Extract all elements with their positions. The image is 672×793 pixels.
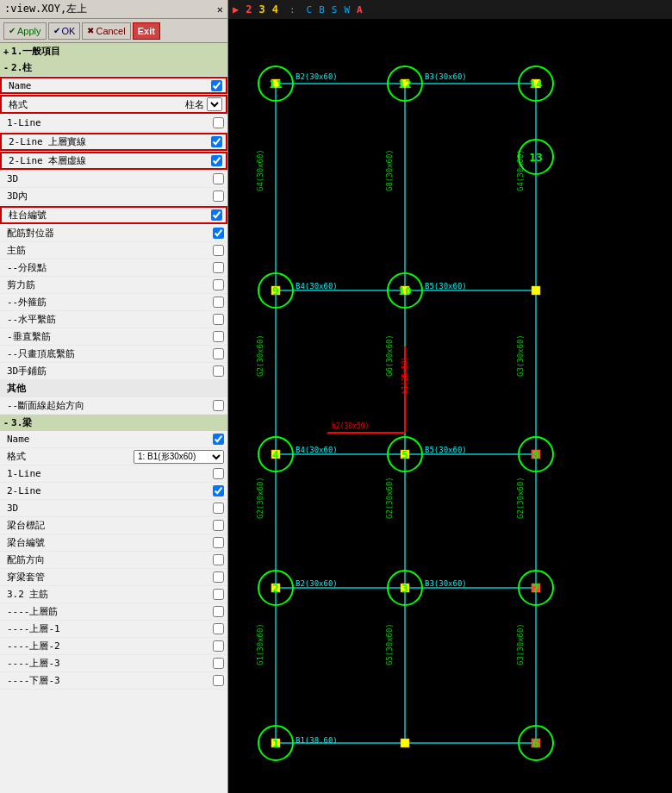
prop-beam-platform-num-label: 梁台編號 — [7, 536, 213, 549]
prop-column-3din-checkbox[interactable] — [213, 190, 224, 202]
prop-column-outer-hoop-checkbox[interactable] — [213, 297, 224, 308]
prop-column-pedestal-num-checkbox[interactable] — [211, 209, 222, 221]
svg-text:11: 11 — [269, 78, 283, 91]
prop-beam-rebar-dir-checkbox[interactable] — [213, 554, 224, 565]
section-general[interactable]: + 1.一般項目 — [0, 43, 227, 59]
svg-text:G1(30x60): G1(30x60) — [256, 623, 264, 665]
cancel-button[interactable]: ✖ Cancel — [82, 22, 130, 40]
svg-text:5: 5 — [401, 448, 408, 461]
prop-beam-top3: ----上層-3 — [0, 655, 227, 672]
prop-column-section-dir-checkbox[interactable] — [213, 400, 224, 411]
prop-column-3d-manual-label: 3D手鋪筋 — [7, 365, 213, 378]
prop-column-format-select[interactable]: ▼ — [207, 97, 222, 111]
prop-column-top-bot-tie-label: --只畫頂底繫筋 — [7, 347, 213, 360]
prop-column-format-text: 柱名 — [185, 98, 204, 111]
svg-text:B2(30x60): B2(30x60) — [296, 72, 338, 81]
prop-column-main-bar-checkbox[interactable] — [213, 245, 224, 256]
svg-text:G3(30x60): G3(30x60) — [516, 334, 525, 377]
prop-beam-1line-checkbox[interactable] — [213, 468, 224, 479]
prop-beam-1line-label: 1-Line — [7, 468, 213, 479]
prop-column-1line-label: 1-Line — [7, 117, 213, 128]
prop-beam-bot3-checkbox[interactable] — [213, 675, 224, 686]
prop-beam-main-bar-checkbox[interactable] — [213, 589, 224, 600]
svg-text:4: 4 — [272, 448, 279, 461]
prop-column-format: 格式 柱名 ▼ — [0, 95, 227, 114]
title-bar-text: :view.XOY,左上 — [4, 2, 87, 16]
svg-text:G6(30x60): G6(30x60) — [385, 334, 394, 377]
top-letter-s: S — [332, 4, 338, 16]
prop-beam-platform-mark-label: 梁台標記 — [7, 519, 213, 532]
prop-beam-name-label: Name — [7, 434, 213, 445]
prop-beam-format-value: 1: B1(形30x60) — [134, 450, 224, 464]
prop-column-3din-label: 3D內 — [7, 190, 213, 203]
svg-text:b2(30x50): b2(30x50) — [332, 422, 369, 430]
title-bar: :view.XOY,左上 ✕ — [0, 0, 227, 19]
section-column[interactable]: - 2.柱 — [0, 59, 227, 76]
cad-drawing[interactable]: ▶ 2 3 4 : C B S W A — [228, 0, 672, 793]
prop-beam-platform-mark-checkbox[interactable] — [213, 520, 224, 531]
apply-button[interactable]: ✔ Apply — [3, 22, 47, 40]
prop-column-2line-solid-checkbox[interactable] — [211, 136, 222, 147]
prop-beam-top-bar-checkbox[interactable] — [213, 606, 224, 617]
ok-button[interactable]: ✔ OK — [48, 22, 81, 40]
prop-beam-top2-checkbox[interactable] — [213, 640, 224, 652]
prop-beam-sleeve-checkbox[interactable] — [213, 571, 224, 583]
prop-beam-format-select[interactable]: 1: B1(形30x60) — [134, 450, 224, 464]
prop-column-outer-hoop: --外箍筋 — [0, 294, 227, 311]
prop-beam-3d-checkbox[interactable] — [213, 503, 224, 514]
apply-label: Apply — [17, 26, 41, 36]
apply-icon: ✔ — [9, 26, 16, 35]
prop-column-2line-dash-checkbox[interactable] — [211, 155, 222, 166]
prop-beam-top1-checkbox[interactable] — [213, 623, 224, 634]
prop-column-segment-label: --分段點 — [7, 261, 213, 274]
prop-beam-bot3: ----下層-3 — [0, 672, 227, 690]
prop-column-segment-checkbox[interactable] — [213, 262, 224, 273]
prop-beam-platform-num-checkbox[interactable] — [213, 537, 224, 548]
cancel-icon: ✖ — [87, 26, 94, 35]
prop-column-vert-tie-checkbox[interactable] — [213, 331, 224, 342]
prop-beam-name-checkbox[interactable] — [213, 434, 224, 445]
prop-beam-sleeve-label: 穿梁套管 — [7, 571, 213, 584]
close-icon[interactable]: ✕ — [217, 3, 223, 16]
prop-beam-platform-mark: 梁台標記 — [0, 517, 227, 534]
prop-column-rebar-align-checkbox[interactable] — [213, 228, 224, 239]
cancel-label: Cancel — [96, 26, 125, 36]
prop-column-2line-dash-label: 2-Line 本層虛線 — [9, 154, 211, 167]
exit-button[interactable]: Exit — [133, 22, 160, 40]
prop-column-shear-checkbox[interactable] — [213, 279, 224, 290]
prop-beam-main-bar-label: 3.2 主筋 — [7, 588, 213, 601]
expand-icon-column: - — [3, 63, 9, 72]
prop-column-3d-checkbox[interactable] — [213, 173, 224, 184]
prop-column-shear-label: 剪力筋 — [7, 278, 213, 291]
section-beam[interactable]: - 3.梁 — [0, 415, 227, 431]
top-strip: ▶ 2 3 4 : C B S W A — [228, 0, 672, 19]
prop-beam-sleeve: 穿梁套管 — [0, 569, 227, 586]
expand-icon-beam: - — [3, 418, 9, 428]
svg-text:G4(30x60): G4(30x60) — [256, 149, 264, 191]
svg-text:B3(30x60): B3(30x60) — [425, 72, 467, 81]
prop-beam-top-bar: ----上層筋 — [0, 603, 227, 621]
svg-rect-24 — [401, 739, 409, 747]
prop-beam-top3-label: ----上層-3 — [7, 657, 213, 670]
prop-column-3din: 3D內 — [0, 188, 227, 205]
top-letter-a: A — [357, 4, 363, 16]
toolbar: ✔ Apply ✔ OK ✖ Cancel Exit — [0, 19, 227, 43]
prop-column-name-checkbox[interactable] — [211, 80, 222, 91]
prop-beam-top3-checkbox[interactable] — [213, 658, 224, 669]
prop-beam-rebar-dir-label: 配筋方向 — [7, 553, 213, 566]
prop-column-horiz-tie-checkbox[interactable] — [213, 314, 224, 325]
prop-column-main-bar-label: 主筋 — [7, 244, 213, 257]
panel-content: + 1.一般項目 - 2.柱 Name 格式 柱名 — [0, 43, 227, 793]
svg-text:G2(30x60): G2(30x60) — [516, 477, 525, 519]
prop-column-3d-manual-checkbox[interactable] — [213, 365, 224, 377]
prop-beam-top1: ----上層-1 — [0, 621, 227, 638]
svg-text:G2(30x60): G2(30x60) — [256, 477, 264, 519]
prop-beam-2line-checkbox[interactable] — [213, 485, 224, 496]
svg-text:7: 7 — [532, 582, 539, 595]
prop-column-1line-checkbox[interactable] — [213, 117, 224, 128]
prop-beam-format-label: 格式 — [7, 450, 134, 463]
top-letter-c: C — [307, 4, 313, 16]
svg-text:1: 1 — [272, 737, 279, 750]
prop-column-top-bot-tie-checkbox[interactable] — [213, 348, 224, 359]
ok-icon: ✔ — [53, 26, 60, 35]
